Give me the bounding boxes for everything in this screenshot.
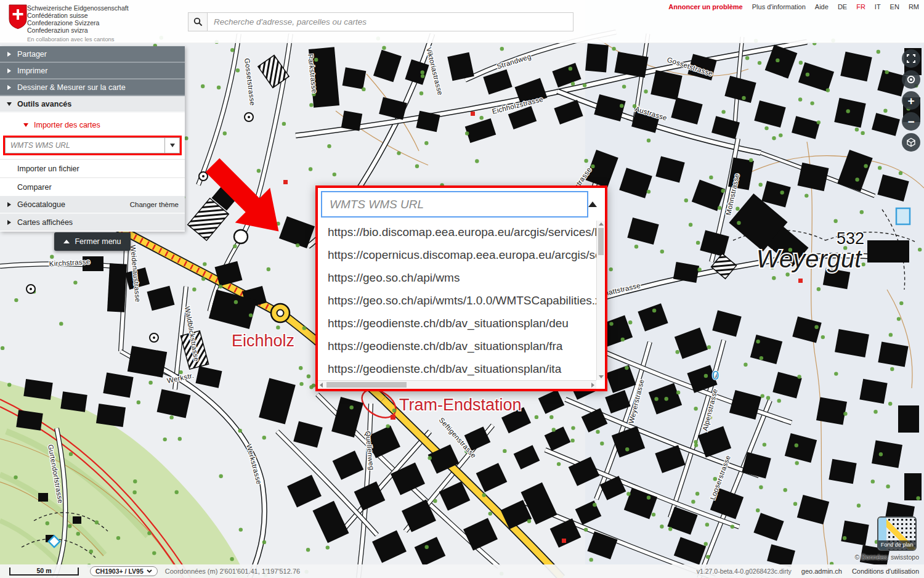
coordinates-readout: Coordonnées (m) 2'601'601.41, 1'197'512.…	[165, 568, 300, 575]
top-header: Schweizerische Eidgenossenschaft Confédé…	[0, 0, 924, 43]
three-d-button[interactable]	[902, 133, 920, 152]
change-theme-link[interactable]: Changer thème	[130, 201, 179, 208]
lang-it[interactable]: IT	[875, 3, 881, 10]
sidebar-item-dessiner[interactable]: Dessiner & Mesurer sur la carte	[0, 79, 185, 96]
close-menu-button[interactable]: Fermer menu	[54, 232, 131, 251]
chevron-up-icon	[63, 240, 70, 243]
terms-link[interactable]: Conditions d'utilisation	[852, 568, 919, 575]
wmts-select-value: WMTS WMS URL	[6, 141, 164, 150]
version-text: v1.27.0-beta.4-0.g0268423c.dirty	[697, 568, 792, 575]
sidebar-item-partager[interactable]: Partager	[0, 46, 185, 63]
header-links: Annoncer un problème Plus d'information …	[668, 3, 919, 10]
elevation-label: 532	[837, 229, 864, 248]
url-option[interactable]: https://geo.so.ch/api/wmts/1.0.0/WMTSCap…	[318, 289, 596, 312]
basemap-selector[interactable]: Fond de plan	[877, 516, 917, 551]
import-maps-item[interactable]: Importer des cartes	[0, 117, 185, 133]
geolocation-button[interactable]	[902, 70, 920, 89]
url-option[interactable]: https://geodienste.ch/db/av_situationspl…	[318, 335, 596, 357]
chevron-right-icon	[7, 85, 11, 90]
status-bar: 50 m CH1903+ / LV95 Coordonnées (m) 2'60…	[0, 564, 924, 578]
chevron-down-icon	[170, 144, 175, 147]
url-option[interactable]: https://bio.discomap.eea.europa.eu/arcgi…	[318, 221, 596, 243]
statusbar-right: v1.27.0-beta.4-0.g0268423c.dirty geo.adm…	[697, 568, 924, 575]
geocatalog-label: Géocatalogue	[17, 200, 65, 209]
org-title-block: Schweizerische Eidgenossenschaft Confédé…	[27, 4, 129, 43]
horizontal-scrollbar[interactable]	[318, 380, 596, 389]
scrollbar-thumb[interactable]	[598, 228, 604, 255]
url-option[interactable]: https://geodienste.ch/db/av_situationspl…	[318, 357, 596, 380]
blue-number-label: 0	[712, 368, 719, 382]
more-info-link[interactable]: Plus d'information	[752, 3, 806, 10]
menu-panel: Partager Imprimer Dessiner & Mesurer sur…	[0, 46, 185, 232]
place-label-eichholz: Eichholz	[232, 332, 294, 350]
vertical-scrollbar[interactable]	[596, 221, 605, 380]
swiss-confederation-logo	[9, 4, 27, 29]
url-option[interactable]: https://geo.so.ch/api/wms	[318, 266, 596, 289]
org-line: Confederaziun svizra	[27, 26, 129, 34]
sidebar-item-label: Dessiner & Mesurer sur la carte	[17, 83, 126, 92]
sidebar-item-label: Partager	[17, 50, 47, 59]
cube-3d-icon	[906, 137, 916, 147]
geocatalog-row: Géocatalogue Changer thème	[0, 196, 185, 214]
place-label-tram-endstation: Tram-Endstation	[399, 396, 522, 414]
geoadmin-link[interactable]: geo.admin.ch	[801, 568, 842, 575]
wmts-url-dropdown: https://bio.discomap.eea.europa.eu/arcgi…	[315, 185, 607, 391]
geolocation-icon	[906, 75, 916, 84]
url-option[interactable]: https://copernicus.discomap.eea.europa.e…	[318, 243, 596, 266]
org-line: Confederazione Svizzera	[27, 19, 129, 26]
chevron-right-icon	[7, 220, 11, 225]
chevron-down-icon	[23, 123, 28, 127]
compare-item[interactable]: Comparer	[0, 177, 185, 196]
url-options-list: https://bio.discomap.eea.europa.eu/arcgi…	[318, 221, 596, 380]
fullscreen-icon	[907, 54, 915, 63]
geoadmin-app: Gossetstrasse Parkstrasse Viktoriastrass…	[0, 0, 924, 578]
geocatalog-item[interactable]: Géocatalogue	[0, 200, 65, 209]
scroll-left-icon[interactable]	[320, 383, 323, 388]
scroll-up-icon[interactable]	[599, 222, 604, 226]
annotation-arrow	[200, 154, 286, 240]
search-bar	[188, 12, 573, 31]
wmts-url-input[interactable]	[321, 191, 588, 218]
basemap-label: Fond de plan	[878, 540, 915, 550]
report-problem-link[interactable]: Annoncer un problème	[668, 3, 742, 10]
lang-en[interactable]: EN	[890, 3, 899, 10]
lang-fr[interactable]: FR	[856, 3, 865, 10]
url-option[interactable]: https://geodienste.ch/db/av_situationspl…	[318, 312, 596, 335]
displayed-maps-item[interactable]: Cartes affichées	[0, 214, 185, 232]
zoom-in-button[interactable]: +	[902, 91, 920, 110]
scroll-down-icon[interactable]	[599, 375, 604, 378]
lang-de[interactable]: DE	[838, 3, 847, 10]
fullscreen-button[interactable]	[902, 49, 920, 68]
chevron-right-icon	[7, 202, 11, 207]
attribution-text[interactable]: © Données: swisstopo	[854, 553, 919, 561]
wmts-wms-url-select[interactable]: WMTS WMS URL	[5, 137, 180, 153]
chevron-down-icon	[147, 569, 152, 573]
sidebar-item-outils-avances[interactable]: Outils avancés	[0, 96, 185, 113]
roundabout	[271, 304, 290, 322]
sidebar-item-label: Outils avancés	[17, 100, 71, 108]
close-menu-label: Fermer menu	[75, 237, 121, 246]
chevron-right-icon	[7, 52, 11, 57]
lang-rm[interactable]: RM	[909, 3, 919, 10]
search-icon[interactable]	[188, 12, 207, 31]
help-link[interactable]: Aide	[815, 3, 829, 10]
select-arrow-button[interactable]	[164, 138, 179, 153]
org-line: Schweizerische Eidgenossenschaft	[27, 4, 129, 12]
chevron-down-icon	[7, 102, 12, 106]
displayed-maps-label: Cartes affichées	[17, 218, 73, 227]
projection-select[interactable]: CH1903+ / LV95	[90, 566, 158, 576]
org-tagline: En collaboration avec les cantons	[27, 36, 129, 43]
sidebar-item-imprimer[interactable]: Imprimer	[0, 63, 185, 79]
zoom-out-button[interactable]: −	[902, 112, 920, 131]
scrollbar-thumb[interactable]	[326, 382, 407, 388]
collapse-arrow-icon[interactable]	[588, 201, 597, 207]
wmts-highlight-box: WMTS WMS URL	[3, 136, 182, 155]
place-label-weyergut: Weyergut	[756, 245, 862, 272]
import-maps-label: Importer des cartes	[34, 121, 100, 129]
scale-bar: 50 m	[9, 568, 79, 576]
search-input[interactable]	[207, 12, 573, 31]
import-file-item[interactable]: Importer un fichier	[0, 159, 185, 177]
chevron-right-icon	[7, 68, 11, 73]
scroll-right-icon[interactable]	[591, 383, 594, 388]
sidebar-item-label: Imprimer	[17, 67, 47, 75]
